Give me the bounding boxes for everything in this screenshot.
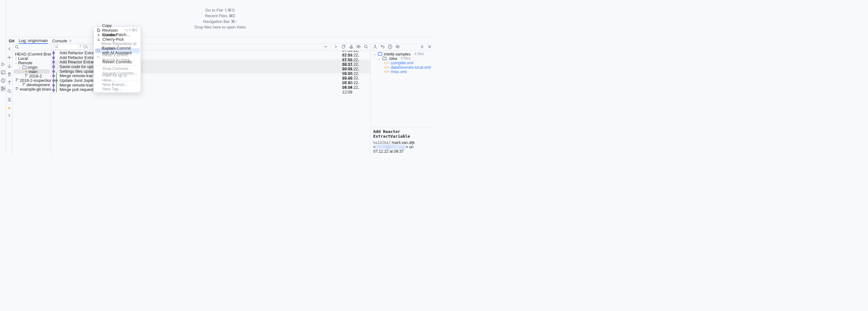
editor-empty-state: Go to File ⇧⌘O Recent Files ⌘E Navigatio… <box>6 0 434 37</box>
regex-toggle[interactable]: .* <box>78 45 82 49</box>
commit-graph <box>52 69 60 74</box>
menu-cherry-pick[interactable]: Cherry-Pick <box>94 37 141 42</box>
tab-console[interactable]: Console✕ <box>52 37 72 43</box>
favorite-icon[interactable]: ★ <box>7 106 11 111</box>
branch-icon <box>15 87 19 92</box>
tab-log-label: Log: origin/main <box>19 38 48 43</box>
branches-panel: HEAD (Current Branch) ›Local ⌄Remote ⌄or… <box>12 44 52 156</box>
branch-item-2018-2-inspections[interactable]: 2018-2-inspections <box>12 78 51 83</box>
commits-search-input[interactable] <box>60 44 77 50</box>
menu-drop: Drop Commits <box>94 66 141 71</box>
commit-date: 06.09.22, 12:09 <box>342 85 370 94</box>
ai-icon <box>96 49 100 53</box>
branch-local-label: Local <box>18 56 28 61</box>
file-tree-root[interactable]: ⌄intellij-samples 4 files <box>371 52 434 56</box>
changed-files-tree[interactable]: ⌄intellij-samples 4 files ⌄.idea 4 files… <box>371 51 434 127</box>
branch-head[interactable]: HEAD (Current Branch) <box>12 52 51 56</box>
update-button[interactable] <box>7 63 12 69</box>
git-button[interactable] <box>0 86 6 92</box>
commit-author: marit.van.dijk <box>392 141 415 145</box>
tab-git-label: Git <box>9 38 14 43</box>
branch-item-main[interactable]: ★main <box>14 69 50 74</box>
eye-button[interactable] <box>356 44 361 50</box>
git-panel-tabs: Git Log: origin/main Console✕ <box>6 37 434 44</box>
file-compiler[interactable]: </>compiler.xml <box>371 61 434 65</box>
commit-hash: ba1b2ba7 <box>373 141 391 145</box>
expand-button[interactable] <box>420 44 425 50</box>
push-button[interactable] <box>7 80 12 86</box>
tab-log[interactable]: Log: origin/main <box>19 38 48 44</box>
git-panel-body: ★ HEAD (Current Branch) ›Local ⌄Remote ⌄… <box>6 44 434 156</box>
commit-context-menu: Copy Revision Number⌥⇧⌘C Create Patch… C… <box>93 26 141 93</box>
left-tool-rail <box>0 0 6 156</box>
root-count: 4 files <box>414 52 424 56</box>
commit-tail: > on <box>406 145 414 149</box>
file-link[interactable]: compiler.xml <box>391 61 413 65</box>
nav-back-button[interactable] <box>7 46 12 52</box>
hint-go-to-file[interactable]: Go to File ⇧⌘O <box>205 7 235 13</box>
svg-point-32 <box>358 46 359 47</box>
branch-group-remote[interactable]: ⌄Remote <box>12 61 51 65</box>
branch-item-2018-2[interactable]: 2018-2 <box>12 74 51 78</box>
go-to-commit-button[interactable] <box>333 44 338 50</box>
menu-copy-revision[interactable]: Copy Revision Number⌥⇧⌘C <box>94 28 141 33</box>
branch-group-origin[interactable]: ⌄origin <box>12 65 51 69</box>
refresh-button[interactable] <box>341 44 346 50</box>
menu-new-branch: New Branch… <box>94 82 141 87</box>
history-button[interactable] <box>388 44 393 50</box>
branch-origin-label: origin <box>28 65 38 70</box>
file-datasources[interactable]: </>dataSources.local.xml <box>371 65 434 69</box>
file-tree-idea[interactable]: ⌄.idea 4 files <box>371 56 434 61</box>
cherry-icon <box>96 37 101 41</box>
branches-search[interactable] <box>12 44 51 51</box>
commit-graph <box>52 60 60 64</box>
hint-recent-files[interactable]: Recent Files ⌘E <box>205 13 236 19</box>
svg-rect-1 <box>1 71 5 74</box>
delete-button[interactable] <box>7 72 12 78</box>
commit-email[interactable]: ••••••••@•••••.com <box>375 145 406 149</box>
svg-line-29 <box>57 48 58 48</box>
folder-icon <box>22 65 27 70</box>
commit-meta: Add Reactor ExtractVariable ba1b2ba7 mar… <box>371 127 434 156</box>
services-button[interactable] <box>0 61 6 67</box>
menu-create-patch[interactable]: Create Patch… <box>94 33 141 37</box>
terminal-button[interactable] <box>0 70 6 75</box>
case-toggle[interactable]: Cc <box>83 45 89 49</box>
svg-line-34 <box>367 47 368 48</box>
group-by-button[interactable] <box>373 44 378 50</box>
branch-group-local[interactable]: ›Local <box>12 56 51 61</box>
branches-tree[interactable]: HEAD (Current Branch) ›Local ⌄Remote ⌄or… <box>12 51 51 156</box>
svg-point-46 <box>99 39 100 40</box>
preview-button[interactable] <box>395 44 400 50</box>
commit-title: Add Reactor ExtractVariable <box>373 129 432 138</box>
cherry-pick-button[interactable] <box>348 44 353 50</box>
find-button[interactable] <box>364 44 369 50</box>
commits-search[interactable]: .* Cc <box>53 44 90 50</box>
xml-icon: </> <box>384 70 390 73</box>
hint-navigation-bar[interactable]: Navigation Bar ⌘↑ <box>203 19 237 24</box>
problems-button[interactable] <box>0 78 6 83</box>
file-link[interactable]: misc.xml <box>391 69 407 74</box>
branch-item-example[interactable]: example-git-branch <box>12 87 51 91</box>
svg-line-13 <box>10 92 11 93</box>
diff-button[interactable] <box>7 97 12 103</box>
menu-label: New Tag… <box>102 87 122 91</box>
close-icon[interactable]: ✕ <box>69 39 72 43</box>
menu-label: Push All up to Here… <box>102 73 138 83</box>
commit-graph <box>52 88 60 92</box>
nav-forward-button[interactable] <box>7 113 12 119</box>
revert-button[interactable] <box>380 44 385 50</box>
branch-icon <box>15 78 19 83</box>
search-button[interactable] <box>7 89 12 95</box>
file-link[interactable]: dataSources.local.xml <box>391 65 431 70</box>
branch-item-development[interactable]: development <box>12 83 51 87</box>
file-misc[interactable]: </>misc.xml <box>371 69 434 74</box>
idea-folder-label: .idea <box>388 56 397 61</box>
tab-git[interactable]: Git <box>9 37 14 43</box>
menu-new-tag: New Tag… <box>94 87 141 92</box>
new-branch-button[interactable] <box>7 55 12 61</box>
svg-line-15 <box>18 48 19 49</box>
filter-chevron-down-icon[interactable] <box>323 44 328 50</box>
close-details-button[interactable] <box>427 44 432 50</box>
svg-point-4 <box>3 81 3 82</box>
